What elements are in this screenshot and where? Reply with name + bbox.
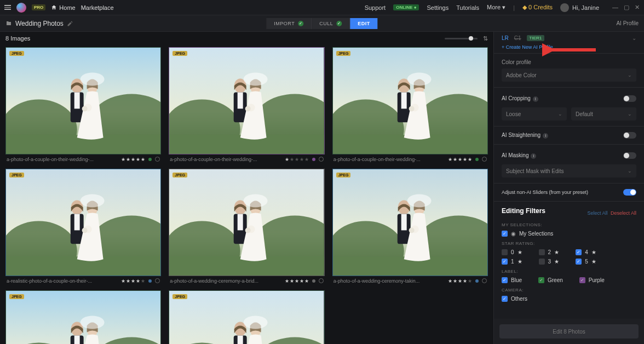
masking-switch[interactable] bbox=[623, 152, 636, 159]
close-icon[interactable]: ✕ bbox=[635, 4, 640, 11]
svg-rect-77 bbox=[169, 291, 324, 344]
maximize-icon[interactable]: ▢ bbox=[624, 4, 629, 11]
checkbox[interactable] bbox=[539, 259, 545, 265]
select-circle[interactable] bbox=[155, 157, 160, 162]
edit-photos-button[interactable]: Edit 8 Photos bbox=[499, 324, 639, 339]
format-badge: JPEG bbox=[9, 51, 24, 56]
checkbox[interactable]: ✓ bbox=[576, 249, 582, 255]
zoom-slider[interactable] bbox=[445, 38, 478, 39]
svg-rect-6 bbox=[74, 92, 80, 108]
thumbnail[interactable]: JPEG bbox=[169, 47, 324, 154]
minimize-icon[interactable]: — bbox=[612, 4, 618, 11]
checkbox[interactable]: ✓ bbox=[576, 259, 582, 265]
star-rating[interactable]: ★★★★★ bbox=[448, 278, 472, 284]
nav-settings[interactable]: Settings bbox=[427, 4, 449, 11]
svg-point-43 bbox=[82, 227, 88, 233]
svg-point-10 bbox=[82, 106, 88, 111]
select-circle[interactable] bbox=[319, 157, 324, 162]
app-logo bbox=[16, 3, 26, 13]
straighten-switch[interactable] bbox=[623, 132, 636, 139]
mode-cull[interactable]: CULL✓ bbox=[312, 18, 350, 29]
thumbnail[interactable]: JPEG bbox=[169, 169, 324, 276]
sidebar: LR C1 TIER1 ⌄ + Create New AI Profile Co… bbox=[493, 32, 644, 344]
image-card[interactable]: JPEG bbox=[169, 290, 324, 344]
select-circle[interactable] bbox=[482, 278, 487, 283]
select-circle[interactable] bbox=[155, 278, 160, 283]
svg-rect-28 bbox=[401, 92, 406, 108]
svg-point-19 bbox=[244, 73, 268, 86]
edit-icon[interactable] bbox=[67, 20, 73, 27]
select-circle[interactable] bbox=[482, 157, 487, 162]
image-card[interactable]: JPEG bbox=[5, 290, 161, 344]
eye-icon: ◉ bbox=[511, 231, 516, 237]
svg-point-41 bbox=[81, 194, 105, 207]
check-icon: ✓ bbox=[336, 21, 342, 26]
star-rating[interactable]: ★★★★★ bbox=[121, 278, 145, 284]
star-rating[interactable]: ★★★★★ bbox=[285, 157, 309, 162]
checkbox[interactable]: ✓ bbox=[502, 231, 508, 237]
online-badge: ONLINE ● bbox=[393, 4, 419, 10]
thumbnail[interactable]: JPEG bbox=[169, 290, 324, 344]
tab-lr[interactable]: LR bbox=[502, 35, 509, 41]
credits[interactable]: ◆ 0 Credits bbox=[522, 4, 553, 11]
image-card[interactable]: JPEGa-photo-of-a-couple-on-their-wedding… bbox=[332, 47, 488, 162]
info-icon[interactable]: i bbox=[531, 153, 536, 159]
select-all-link[interactable]: Select All bbox=[587, 210, 607, 216]
sort-icon[interactable]: ⇅ bbox=[483, 35, 488, 42]
breadcrumb[interactable]: Wedding Photos bbox=[5, 20, 73, 27]
crop-ratio-select[interactable]: Default⌄ bbox=[571, 107, 636, 121]
star-rating[interactable]: ★★★★★ bbox=[448, 157, 472, 162]
crop-tight-select[interactable]: Loose⌄ bbox=[502, 107, 567, 121]
menu-icon[interactable] bbox=[4, 5, 11, 10]
nav-more[interactable]: More ▾ bbox=[487, 4, 505, 11]
image-card[interactable]: JPEGa-photo-of-a-couple-on-their-wedding… bbox=[5, 47, 161, 162]
status-dot bbox=[148, 158, 152, 161]
checkbox[interactable]: ✓ bbox=[502, 259, 508, 265]
nav-marketplace[interactable]: Marketplace bbox=[81, 4, 114, 11]
svg-point-30 bbox=[407, 73, 431, 86]
nav-tutorials[interactable]: Tutorials bbox=[456, 4, 479, 11]
subbar: Wedding Photos IMPORT✓ CULL✓ EDIT AI Pro… bbox=[0, 15, 644, 32]
star-rating[interactable]: ★★★★★ bbox=[285, 278, 309, 284]
image-card[interactable]: JPEGa-realistic-photo-of-a-couple-on-the… bbox=[5, 169, 161, 284]
mode-edit[interactable]: EDIT bbox=[350, 18, 378, 29]
page-title: Wedding Photos bbox=[15, 20, 64, 27]
thumbnail[interactable]: JPEG bbox=[332, 169, 488, 276]
star-rating[interactable]: ★★★★★ bbox=[121, 157, 145, 162]
checkbox[interactable]: ✓ bbox=[502, 277, 508, 283]
deselect-all-link[interactable]: Deselect All bbox=[611, 210, 636, 216]
thumbnail[interactable]: JPEG bbox=[5, 290, 161, 344]
image-card[interactable]: JPEGa-photo-of-a-wedding-ceremony-a-brid… bbox=[169, 169, 324, 284]
mask-select[interactable]: Subject Mask with Edits⌄ bbox=[502, 164, 636, 177]
checkbox[interactable] bbox=[502, 249, 508, 255]
nav-support[interactable]: Support bbox=[365, 4, 386, 11]
thumbnail[interactable]: JPEG bbox=[5, 47, 161, 154]
color-profile-select[interactable]: Adobe Color⌄ bbox=[502, 68, 636, 82]
checkbox[interactable] bbox=[539, 249, 545, 255]
adjust-switch[interactable] bbox=[623, 189, 636, 196]
thumbnail[interactable]: JPEG bbox=[5, 169, 161, 276]
thumbnail[interactable]: JPEG bbox=[332, 47, 488, 154]
image-count: 8 Images bbox=[5, 35, 30, 42]
svg-point-8 bbox=[81, 73, 105, 86]
checkbox[interactable]: ✓ bbox=[502, 296, 508, 302]
checkbox[interactable]: ✓ bbox=[538, 277, 544, 283]
masking-label: AI Masking bbox=[502, 152, 528, 158]
checkbox[interactable]: ✓ bbox=[579, 277, 585, 283]
image-card[interactable]: JPEGa-photo-of-a-wedding-ceremony-takin.… bbox=[332, 169, 488, 284]
status-dot bbox=[148, 279, 152, 283]
mode-import[interactable]: IMPORT✓ bbox=[266, 18, 312, 29]
straighten-label: AI Straightening bbox=[502, 132, 540, 138]
filters-heading: Editing Filters bbox=[502, 207, 545, 215]
select-circle[interactable] bbox=[319, 278, 324, 283]
cropping-switch[interactable] bbox=[623, 95, 636, 102]
image-card[interactable]: JPEGa-photo-of-a-couple-on-their-wedding… bbox=[169, 47, 324, 162]
create-profile-link[interactable]: + Create New AI Profile bbox=[502, 44, 636, 50]
svg-point-85 bbox=[244, 316, 268, 329]
chevron-down-icon[interactable]: ⌄ bbox=[632, 35, 636, 41]
tab-c1[interactable]: C1 bbox=[514, 35, 521, 41]
info-icon[interactable]: i bbox=[533, 96, 538, 102]
user-menu[interactable]: Hi, Janine bbox=[560, 3, 599, 12]
nav-home[interactable]: Home bbox=[51, 4, 75, 11]
info-icon[interactable]: i bbox=[543, 133, 548, 139]
